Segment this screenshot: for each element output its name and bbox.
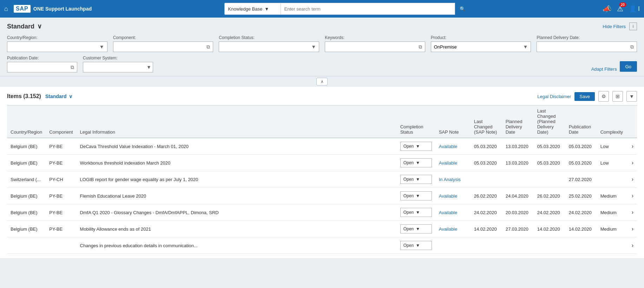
cell-publication-date: 27.02.2020 (565, 171, 597, 188)
cell-sap-note: Available (435, 204, 471, 221)
save-button[interactable]: Save (574, 92, 595, 101)
component-input[interactable] (116, 42, 205, 52)
chevron-down-icon: ▼ (416, 193, 420, 198)
cell-legal-info: Mobility Allowance ends as of 2021 (77, 221, 397, 237)
grid-view-icon-button[interactable]: ⊞ (612, 91, 623, 102)
results-toolbar-right: Legal Disclaimer Save ⚙ ⊞ ▼ (537, 91, 637, 102)
sap-note-link[interactable]: Available (439, 160, 458, 166)
status-value: Open (403, 193, 414, 198)
cell-last-changed: 14.02.2020 (471, 221, 502, 237)
status-dropdown[interactable]: Open ▼ (400, 208, 432, 217)
cell-status: Open ▼ (397, 221, 435, 237)
cell-last-changed-planned: 05.03.2020 (534, 155, 565, 171)
filter-publication-date: Publication Date: ⧉ (7, 56, 77, 72)
collapse-button[interactable]: ∧ (316, 78, 328, 85)
search-input[interactable] (281, 3, 455, 15)
view-dropdown[interactable]: Standard ∨ (45, 94, 72, 99)
cell-sap-note (435, 237, 471, 254)
status-dropdown[interactable]: Open ▼ (400, 241, 432, 250)
cell-last-changed-planned (534, 171, 565, 188)
keywords-input[interactable] (328, 42, 417, 52)
hide-filters-button[interactable]: Hide Filters (603, 24, 626, 29)
product-input[interactable] (434, 42, 522, 52)
status-value: Open (403, 177, 414, 182)
sap-note-link[interactable]: Available (439, 210, 458, 215)
keywords-control[interactable]: ⧉ (325, 41, 425, 52)
filter-header-right: Hide Filters i (603, 23, 637, 30)
cell-sap-note: Available (435, 221, 471, 237)
filter-title-text: Standard (7, 23, 34, 30)
adapt-filters-button[interactable]: Adapt Filters (591, 66, 617, 72)
search-category-dropdown[interactable]: Knowledge Base ▼ (224, 3, 281, 15)
alert-notification[interactable]: ⚠ 20 (617, 5, 623, 13)
completion-status-control[interactable]: ▼ (219, 41, 319, 52)
cell-last-changed (471, 237, 502, 254)
cell-last-changed (471, 171, 502, 188)
cell-publication-date: 25.02.2020 (565, 188, 597, 204)
user-menu[interactable]: 👤 I (629, 5, 640, 13)
customer-system-input[interactable] (86, 62, 145, 72)
cell-planned-delivery: 27.03.2020 (502, 221, 534, 237)
completion-status-label: Completion Status: (219, 35, 319, 40)
chevron-down-icon: ▼ (416, 210, 420, 215)
cell-row-navigate[interactable]: › (626, 188, 637, 204)
table-row: Belgium (BE) PY-BE Workbonus threshold i… (7, 155, 637, 171)
search-button[interactable]: 🔍 (455, 3, 470, 15)
publication-date-input[interactable] (10, 62, 69, 72)
megaphone-notification[interactable]: 📣 (603, 5, 611, 13)
cell-last-changed-planned: 24.02.2020 (534, 204, 565, 221)
chevron-down-icon: ▼ (416, 144, 420, 149)
filter-title[interactable]: Standard ∨ (7, 23, 42, 30)
cell-component: PY-BE (46, 204, 76, 221)
publication-date-control[interactable]: ⧉ (7, 62, 77, 72)
sap-note-link[interactable]: Available (439, 226, 458, 232)
legal-disclaimer-button[interactable]: Legal Disclaimer (537, 94, 571, 99)
table-row: Belgium (BE) PY-BE DmfA Q1 2020 - Glossa… (7, 204, 637, 221)
filter-product: Product: ▼ (431, 35, 531, 52)
status-dropdown[interactable]: Open ▼ (400, 224, 432, 233)
cell-row-navigate[interactable]: › (626, 204, 637, 221)
cell-row-navigate[interactable]: › (626, 221, 637, 237)
completion-status-input[interactable] (222, 42, 310, 52)
planned-delivery-date-input[interactable] (540, 42, 629, 52)
cell-country: Belgium (BE) (7, 204, 46, 221)
cell-component: PY-BE (46, 138, 76, 155)
cell-status: Open ▼ (397, 138, 435, 155)
product-control[interactable]: ▼ (431, 41, 531, 52)
chevron-down-icon: ▼ (416, 160, 420, 165)
cell-row-navigate[interactable]: › (626, 237, 637, 254)
home-icon[interactable]: ⌂ (4, 5, 8, 13)
status-dropdown[interactable]: Open ▼ (400, 191, 432, 200)
more-options-button[interactable]: ▼ (626, 91, 637, 102)
sap-note-link[interactable]: Available (439, 193, 458, 199)
results-table: Country/Region Component Legal Informati… (7, 105, 637, 254)
cell-last-changed: 24.02.2020 (471, 204, 502, 221)
settings-icon-button[interactable]: ⚙ (598, 91, 609, 102)
cell-row-navigate[interactable]: › (626, 155, 637, 171)
go-button[interactable]: Go (620, 61, 637, 72)
filter-keywords: Keywords: ⧉ (325, 35, 425, 52)
cell-last-changed-planned: 05.03.2020 (534, 138, 565, 155)
publication-date-label: Publication Date: (7, 56, 77, 60)
sap-note-link[interactable]: Available (439, 144, 458, 149)
planned-delivery-date-control[interactable]: ⧉ (537, 41, 637, 52)
sap-note-link[interactable]: In Analysis (439, 177, 461, 182)
cell-row-navigate[interactable]: › (626, 171, 637, 188)
status-dropdown[interactable]: Open ▼ (400, 142, 432, 151)
info-button[interactable]: i (629, 23, 637, 30)
country-region-control[interactable]: ▼ (7, 41, 107, 52)
header-right-actions: 📣 ⚠ 20 👤 I (603, 5, 640, 13)
customer-system-label: Customer System: (83, 56, 153, 60)
cell-legal-info: Changes in previous education details in… (77, 237, 397, 254)
cell-row-navigate[interactable]: › (626, 138, 637, 155)
cell-complexity: Medium (597, 204, 626, 221)
status-dropdown[interactable]: Open ▼ (400, 175, 432, 184)
component-control[interactable]: ⧉ (113, 41, 213, 52)
table-body: Belgium (BE) PY-BE DeCava Threshold Valu… (7, 138, 637, 254)
customer-system-control[interactable]: ▼ (83, 62, 153, 72)
cell-complexity: Low (597, 138, 626, 155)
col-header-sapnote: SAP Note (435, 105, 471, 138)
col-header-planned-delivery: Planned Delivery Date (502, 105, 534, 138)
country-region-input[interactable] (10, 42, 98, 52)
status-dropdown[interactable]: Open ▼ (400, 158, 432, 167)
